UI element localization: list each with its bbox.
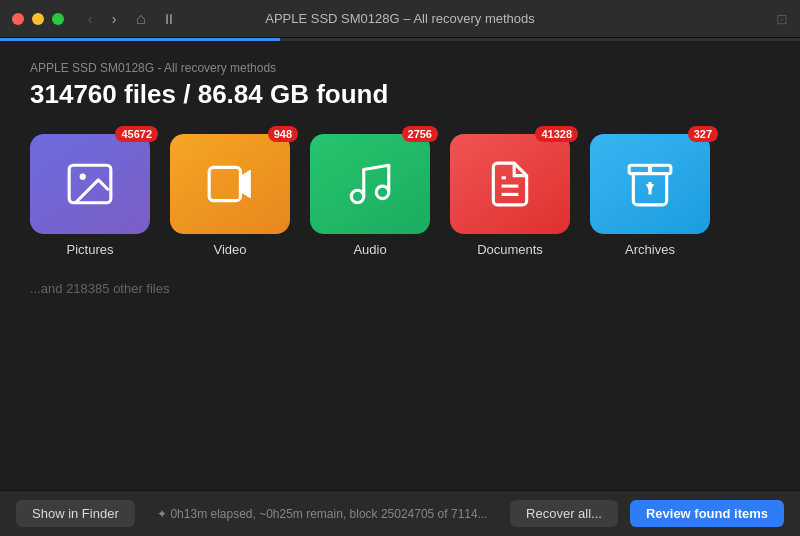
minimize-button[interactable] — [32, 13, 44, 25]
nav-arrows: ‹ › — [80, 9, 124, 29]
pictures-icon — [65, 159, 115, 209]
category-documents[interactable]: 41328 Documents — [450, 134, 570, 257]
category-archives[interactable]: 327 Archives — [590, 134, 710, 257]
home-button[interactable]: ⌂ — [136, 10, 146, 28]
status-message: 0h13m elapsed, ~0h25m remain, block 2502… — [170, 507, 487, 521]
main-content: APPLE SSD SM0128G - All recovery methods… — [0, 41, 800, 316]
progress-bar-container — [0, 38, 800, 41]
documents-badge: 41328 — [535, 126, 578, 142]
review-found-items-button[interactable]: Review found items — [630, 500, 784, 527]
svg-rect-2 — [209, 167, 240, 200]
documents-icon-wrap: 41328 — [450, 134, 570, 234]
audio-icon-wrap: 2756 — [310, 134, 430, 234]
show-finder-button[interactable]: Show in Finder — [16, 500, 135, 527]
subtitle: APPLE SSD SM0128G - All recovery methods — [30, 61, 770, 75]
svg-point-4 — [376, 186, 389, 199]
status-text: ✦ 0h13m elapsed, ~0h25m remain, block 25… — [147, 507, 498, 521]
pictures-label: Pictures — [67, 242, 114, 257]
category-video[interactable]: 948 Video — [170, 134, 290, 257]
back-arrow[interactable]: ‹ — [80, 9, 100, 29]
progress-bar-fill — [0, 38, 280, 41]
window-fullscreen-button[interactable]: ⊡ — [776, 11, 788, 27]
window-title: APPLE SSD SM0128G – All recovery methods — [265, 11, 535, 26]
documents-label: Documents — [477, 242, 543, 257]
category-pictures[interactable]: 45672 Pictures — [30, 134, 150, 257]
audio-icon — [345, 159, 395, 209]
archives-badge: 327 — [688, 126, 718, 142]
recover-all-button[interactable]: Recover all... — [510, 500, 618, 527]
other-files-label: ...and 218385 other files — [30, 281, 770, 296]
audio-label: Audio — [353, 242, 386, 257]
pictures-badge: 45672 — [115, 126, 158, 142]
maximize-button[interactable] — [52, 13, 64, 25]
pause-button[interactable]: ⏸ — [162, 11, 176, 27]
headline: 314760 files / 86.84 GB found — [30, 79, 770, 110]
documents-icon — [485, 159, 535, 209]
video-icon — [205, 159, 255, 209]
pictures-icon-wrap: 45672 — [30, 134, 150, 234]
svg-point-3 — [351, 190, 364, 203]
categories-row: 45672 Pictures 948 Video — [30, 134, 770, 257]
archives-icon-wrap: 327 — [590, 134, 710, 234]
titlebar: ‹ › ⌂ ⏸ APPLE SSD SM0128G – All recovery… — [0, 0, 800, 38]
video-badge: 948 — [268, 126, 298, 142]
close-button[interactable] — [12, 13, 24, 25]
bottombar: Show in Finder ✦ 0h13m elapsed, ~0h25m r… — [0, 490, 800, 536]
svg-point-1 — [80, 174, 86, 180]
traffic-lights — [12, 13, 64, 25]
video-label: Video — [213, 242, 246, 257]
spinner-icon: ✦ — [157, 507, 167, 521]
archives-icon — [625, 159, 675, 209]
archives-label: Archives — [625, 242, 675, 257]
forward-arrow[interactable]: › — [104, 9, 124, 29]
video-icon-wrap: 948 — [170, 134, 290, 234]
audio-badge: 2756 — [402, 126, 438, 142]
category-audio[interactable]: 2756 Audio — [310, 134, 430, 257]
